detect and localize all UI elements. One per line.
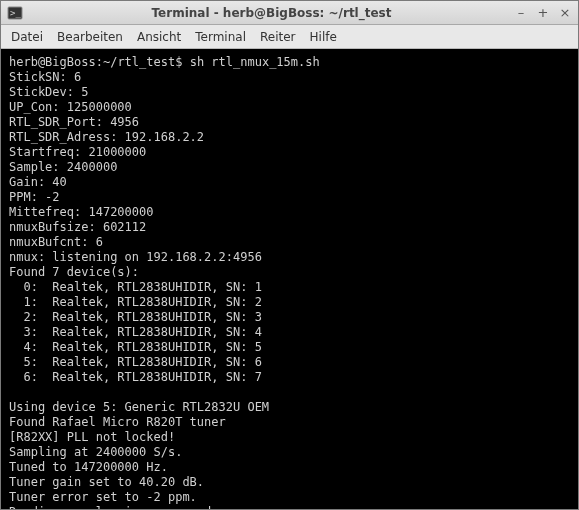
prompt-symbol: $ bbox=[175, 55, 182, 69]
menu-tabs[interactable]: Reiter bbox=[260, 30, 296, 44]
prompt-userhost: herb@BigBoss bbox=[9, 55, 96, 69]
terminal-output-lines: StickSN: 6 StickDev: 5 UP_Con: 125000000… bbox=[9, 70, 269, 509]
prompt-path: ~/rtl_test bbox=[103, 55, 175, 69]
svg-text:>_: >_ bbox=[10, 8, 21, 18]
window-controls: – + × bbox=[514, 5, 572, 20]
terminal-app-icon: >_ bbox=[7, 5, 23, 21]
menubar: Datei Bearbeiten Ansicht Terminal Reiter… bbox=[1, 25, 578, 49]
terminal-output-area[interactable]: herb@BigBoss:~/rtl_test$ sh rtl_nmux_15m… bbox=[1, 49, 578, 509]
prompt-command: sh rtl_nmux_15m.sh bbox=[190, 55, 320, 69]
window-title: Terminal - herb@BigBoss: ~/rtl_test bbox=[29, 6, 514, 20]
maximize-button[interactable]: + bbox=[536, 5, 550, 20]
titlebar[interactable]: >_ Terminal - herb@BigBoss: ~/rtl_test –… bbox=[1, 1, 578, 25]
menu-edit[interactable]: Bearbeiten bbox=[57, 30, 123, 44]
menu-help[interactable]: Hilfe bbox=[310, 30, 337, 44]
terminal-window: >_ Terminal - herb@BigBoss: ~/rtl_test –… bbox=[0, 0, 579, 510]
menu-terminal[interactable]: Terminal bbox=[195, 30, 246, 44]
close-button[interactable]: × bbox=[558, 5, 572, 20]
menu-view[interactable]: Ansicht bbox=[137, 30, 181, 44]
menu-file[interactable]: Datei bbox=[11, 30, 43, 44]
minimize-button[interactable]: – bbox=[514, 5, 528, 20]
